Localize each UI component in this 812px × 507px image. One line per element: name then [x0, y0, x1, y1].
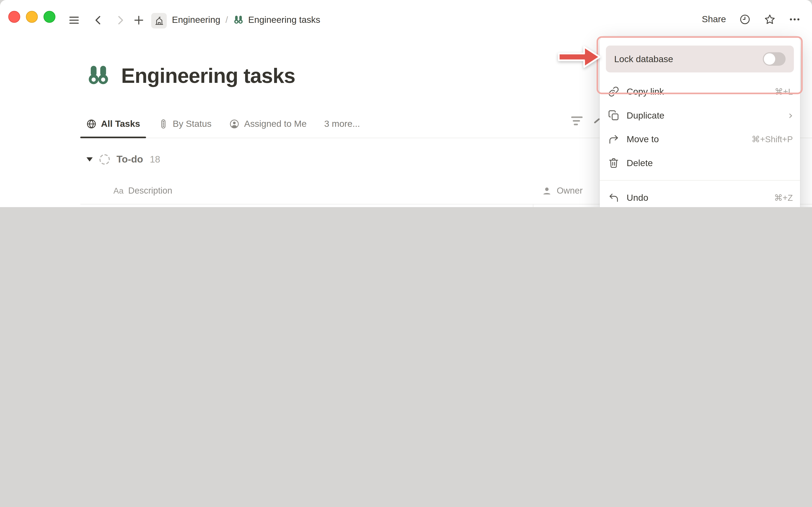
menu-item-label: Duplicate: [627, 110, 664, 121]
notion-window: Engineering / Engineering tasks Share: [0, 0, 812, 207]
group-header[interactable]: To-do 18: [87, 149, 160, 170]
menu-item-label: Copy link: [627, 86, 664, 97]
favorite-star-icon[interactable]: [764, 13, 776, 25]
link-icon: [608, 86, 619, 98]
group-name: To-do: [116, 154, 143, 165]
lock-database-row[interactable]: Lock database: [606, 46, 794, 72]
menu-shortcut: ⌘+Z: [774, 193, 793, 203]
menu-item-label: Move to: [627, 134, 659, 145]
text-Aa-icon: Aa: [113, 186, 123, 195]
new-page-button[interactable]: [132, 14, 145, 26]
column-label: Description: [128, 185, 172, 196]
column-header-description[interactable]: Aa Description: [80, 185, 533, 196]
annotation-arrow-icon: [557, 44, 602, 70]
back-button[interactable]: [92, 14, 105, 26]
move-icon: [608, 133, 619, 145]
triangle-down-icon[interactable]: [87, 157, 93, 162]
database-options-menu: Lock database Copy link ⌘+L Duplicate › …: [600, 36, 800, 207]
page-header: Engineering tasks: [86, 63, 295, 88]
menu-shortcut: ⌘+L: [774, 87, 793, 97]
chevron-right-icon: ›: [789, 110, 793, 121]
menu-item-undo[interactable]: Undo ⌘+Z: [600, 186, 800, 207]
menu-item-trailing: ⌘+L: [774, 87, 793, 97]
tab-label: All Tasks: [101, 118, 140, 129]
view-tab-all-tasks[interactable]: All Tasks: [80, 110, 146, 137]
share-button[interactable]: Share: [702, 14, 726, 25]
breadcrumb-separator: /: [224, 14, 229, 25]
window-top-bar: Engineering / Engineering tasks Share: [0, 0, 812, 40]
teamspace-icon[interactable]: [151, 13, 167, 28]
lock-database-label: Lock database: [614, 53, 673, 64]
tab-label: 3 more...: [324, 118, 360, 129]
menu-item-trailing: ›: [789, 110, 793, 121]
forward-button[interactable]: [114, 14, 126, 26]
undo-icon: [608, 192, 619, 204]
menu-item-trailing: ⌘+Shift+P: [752, 134, 793, 144]
breadcrumb: Engineering / Engineering tasks: [172, 14, 320, 25]
screen: Engineering / Engineering tasks Share: [0, 0, 812, 207]
tab-label: Assigned to Me: [244, 118, 307, 129]
dashed-circle-icon: [99, 154, 110, 165]
minimize-window-button[interactable]: [26, 11, 38, 22]
menu-item-label: Delete: [627, 158, 653, 168]
more-options-icon[interactable]: [789, 13, 801, 25]
sidebar-menu-icon[interactable]: [68, 14, 80, 26]
breadcrumb-parent[interactable]: Engineering: [172, 14, 220, 25]
page-title[interactable]: Engineering tasks: [121, 64, 295, 87]
filter-icon[interactable]: [571, 116, 583, 128]
lock-database-toggle[interactable]: [763, 52, 786, 66]
person-circle-icon: [229, 118, 240, 129]
menu-item-move-to[interactable]: Move to ⌘+Shift+P: [600, 127, 800, 151]
group-count: 18: [150, 154, 160, 165]
view-tab-3-more-[interactable]: 3 more...: [318, 110, 366, 137]
column-label: Owner: [557, 185, 583, 196]
page-binoculars-icon[interactable]: [86, 63, 111, 88]
view-tab-by-status[interactable]: By Status: [152, 110, 217, 137]
menu-item-copy-link[interactable]: Copy link ⌘+L: [600, 80, 800, 104]
menu-item-duplicate[interactable]: Duplicate ›: [600, 104, 800, 127]
updates-clock-icon[interactable]: [739, 13, 751, 25]
trash-icon: [608, 157, 619, 169]
person-icon: [542, 185, 552, 196]
menu-item-delete[interactable]: Delete: [600, 151, 800, 175]
topbar-actions: Share: [702, 13, 801, 25]
status-light-icon: [158, 118, 168, 129]
binoculars-icon: [233, 14, 244, 25]
view-tab-assigned-to-me[interactable]: Assigned to Me: [223, 110, 312, 137]
menu-item-label: Undo: [627, 192, 648, 203]
duplicate-icon: [608, 110, 619, 121]
description-cell[interactable]: Customer Round Table & Scoping: [80, 204, 533, 207]
breadcrumb-current[interactable]: Engineering tasks: [248, 14, 320, 25]
zoom-window-button[interactable]: [44, 11, 55, 22]
menu-shortcut: ⌘+Shift+P: [752, 134, 793, 144]
tab-label: By Status: [173, 118, 211, 129]
close-window-button[interactable]: [8, 11, 20, 22]
menu-divider: [600, 180, 800, 180]
traffic-lights: [8, 11, 55, 22]
menu-item-trailing: ⌘+Z: [774, 193, 793, 203]
globe-icon: [86, 118, 97, 129]
